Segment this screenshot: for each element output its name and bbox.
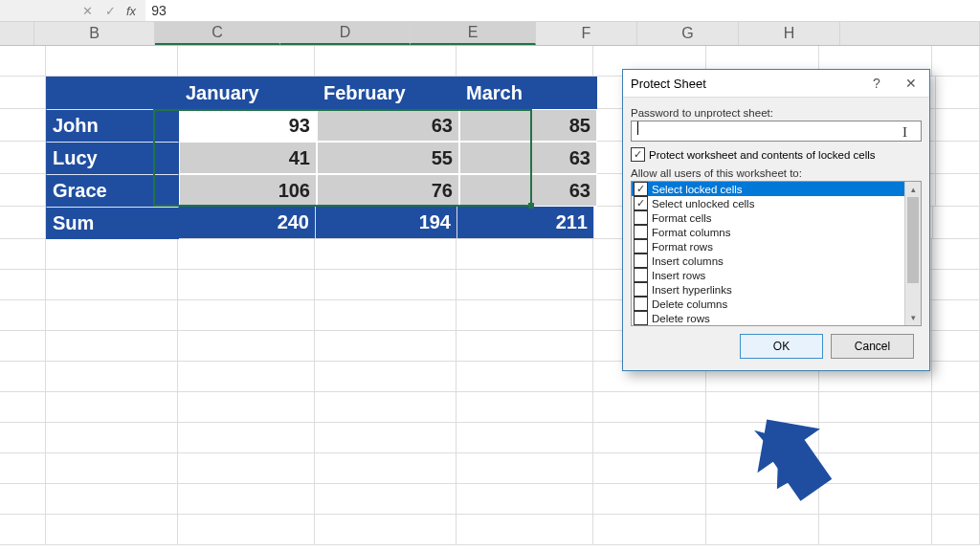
permission-label: Select locked cells <box>652 184 743 195</box>
row-name[interactable]: John <box>46 109 179 142</box>
row-sum-label[interactable]: Sum <box>46 207 179 239</box>
permission-checkbox[interactable] <box>634 268 648 282</box>
col-head-c[interactable]: C <box>155 22 280 45</box>
permission-item[interactable]: Insert rows <box>632 268 904 282</box>
password-input[interactable]: I <box>631 121 922 142</box>
permission-checkbox[interactable] <box>634 282 648 297</box>
cell-E4[interactable]: 63 <box>459 142 597 174</box>
permission-label: Format rows <box>652 241 713 253</box>
col-head-h[interactable]: H <box>739 22 840 45</box>
col-header-mar[interactable]: March <box>459 77 597 109</box>
column-headers: B C D E F G H <box>0 22 980 46</box>
permission-item[interactable]: Format rows <box>632 239 904 253</box>
permission-label: Format columns <box>652 227 730 238</box>
row-name[interactable]: Grace <box>46 174 179 207</box>
cell-E3[interactable]: 85 <box>459 109 597 142</box>
cancel-button[interactable]: Cancel <box>831 334 914 359</box>
help-icon[interactable]: ? <box>862 73 891 94</box>
close-icon[interactable]: ✕ <box>897 73 925 94</box>
protect-sheet-dialog: Protect Sheet ? ✕ Password to unprotect … <box>622 69 930 371</box>
permissions-list: Select locked cellsSelect unlocked cells… <box>631 181 922 326</box>
scrollbar[interactable]: ▴ ▾ <box>904 182 921 325</box>
permission-checkbox[interactable] <box>634 297 648 311</box>
scroll-thumb[interactable] <box>907 197 919 283</box>
col-head-g[interactable]: G <box>637 22 739 45</box>
permission-item[interactable]: Insert columns <box>632 253 904 268</box>
row-name[interactable]: Lucy <box>46 142 179 174</box>
table-corner[interactable] <box>46 77 179 109</box>
sum-mar[interactable]: 211 <box>457 207 594 239</box>
sum-feb[interactable]: 194 <box>316 207 457 239</box>
col-header-feb[interactable]: February <box>317 77 459 109</box>
permission-checkbox[interactable] <box>634 196 648 210</box>
cell-C4[interactable]: 41 <box>179 142 317 174</box>
permission-label: Insert rows <box>652 270 705 281</box>
password-label: Password to unprotect sheet: <box>631 107 922 119</box>
permission-item[interactable]: Delete columns <box>632 297 904 311</box>
permission-item[interactable]: Format cells <box>632 210 904 225</box>
permission-label: Delete columns <box>652 298 727 310</box>
permission-label: Insert hyperlinks <box>652 284 732 296</box>
permission-checkbox[interactable] <box>634 225 648 239</box>
permission-label: Insert columns <box>652 255 724 267</box>
cell-E5[interactable]: 63 <box>459 174 597 207</box>
col-head-b[interactable]: B <box>34 22 155 45</box>
col-head-e[interactable]: E <box>411 22 536 45</box>
protect-label: Protect worksheet and contents of locked… <box>649 149 876 161</box>
cell-C3[interactable]: 93 <box>179 109 317 142</box>
permission-item[interactable]: Insert hyperlinks <box>632 282 904 297</box>
formula-bar: ✕ ✓ fx <box>0 0 980 22</box>
cancel-formula-icon[interactable]: ✕ <box>77 2 98 19</box>
permission-checkbox[interactable] <box>634 182 648 196</box>
cell-D4[interactable]: 55 <box>317 142 459 174</box>
permission-item[interactable]: Delete rows <box>632 311 904 325</box>
permission-item[interactable]: Format columns <box>632 225 904 239</box>
cell-D3[interactable]: 63 <box>317 109 459 142</box>
formula-input[interactable] <box>145 0 980 21</box>
enter-formula-icon[interactable]: ✓ <box>100 2 121 19</box>
permission-label: Delete rows <box>652 313 710 324</box>
cell-C5[interactable]: 106 <box>179 174 317 207</box>
permission-label: Format cells <box>652 212 712 224</box>
permission-checkbox[interactable] <box>634 253 648 268</box>
fx-icon[interactable]: fx <box>126 4 136 18</box>
text-cursor-icon: I <box>902 124 907 141</box>
permission-item[interactable]: Select locked cells <box>632 182 904 196</box>
permission-item[interactable]: Select unlocked cells <box>632 196 904 210</box>
allow-label: Allow all users of this worksheet to: <box>631 167 922 179</box>
permission-checkbox[interactable] <box>634 311 648 325</box>
ok-button[interactable]: OK <box>740 334 823 359</box>
sum-jan[interactable]: 240 <box>179 207 316 239</box>
dialog-title: Protect Sheet <box>631 77 706 91</box>
scroll-down-icon[interactable]: ▾ <box>905 310 921 325</box>
cell-D5[interactable]: 76 <box>317 174 459 207</box>
col-head-d[interactable]: D <box>280 22 411 45</box>
col-head-f[interactable]: F <box>536 22 637 45</box>
col-header-jan[interactable]: January <box>179 77 317 109</box>
permission-checkbox[interactable] <box>634 239 648 253</box>
protect-checkbox[interactable] <box>631 147 645 162</box>
permission-checkbox[interactable] <box>634 210 648 225</box>
scroll-up-icon[interactable]: ▴ <box>905 182 921 197</box>
permission-label: Select unlocked cells <box>652 198 754 209</box>
